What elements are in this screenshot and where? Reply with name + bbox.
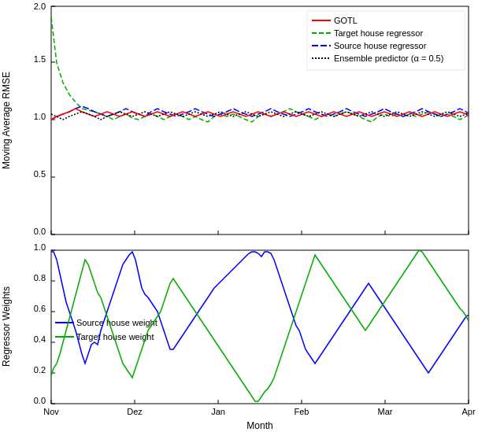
b-y-tick-0-2: 0.2 [34,365,46,375]
x-tick-apr: Apr [461,407,475,416]
top-y-axis-label: Moving Average RMSE [1,72,12,169]
legend-gotl: GOTL [334,16,358,25]
b-y-tick-0-8: 0.8 [34,273,46,282]
x-tick-dez: Dez [127,407,143,416]
x-tick-feb: Feb [295,407,309,416]
y-tick-1-0: 1.0 [34,112,46,121]
legend-target-regressor: Target house regressor [334,28,423,38]
x-tick-mar: Mar [378,407,393,416]
b-y-tick-0-0: 0.0 [34,396,46,405]
legend-ensemble: Ensemble predictor (α = 0.5) [334,54,443,63]
legend-source-regressor: Source house regressor [334,41,427,50]
y-tick-2-0: 2.0 [34,2,46,11]
b-y-tick-0-4: 0.4 [34,334,46,344]
x-tick-jan: Jan [211,407,225,416]
b-y-tick-0-6: 0.6 [34,304,46,313]
x-axis-label: Month [246,420,272,431]
y-tick-0-0: 0.0 [34,227,46,236]
x-tick-nov: Nov [43,407,59,416]
b-y-tick-1-0: 1.0 [34,242,46,252]
y-tick-0-5: 0.5 [34,169,46,179]
y-tick-1-5: 1.5 [34,54,46,64]
legend-source-weight: Source house weight [76,318,158,327]
chart-container: 0.0 0.5 1.0 1.5 2.0 Moving Average RMSE … [0,0,504,432]
bottom-y-axis-label: Regressor Weights [1,286,12,367]
